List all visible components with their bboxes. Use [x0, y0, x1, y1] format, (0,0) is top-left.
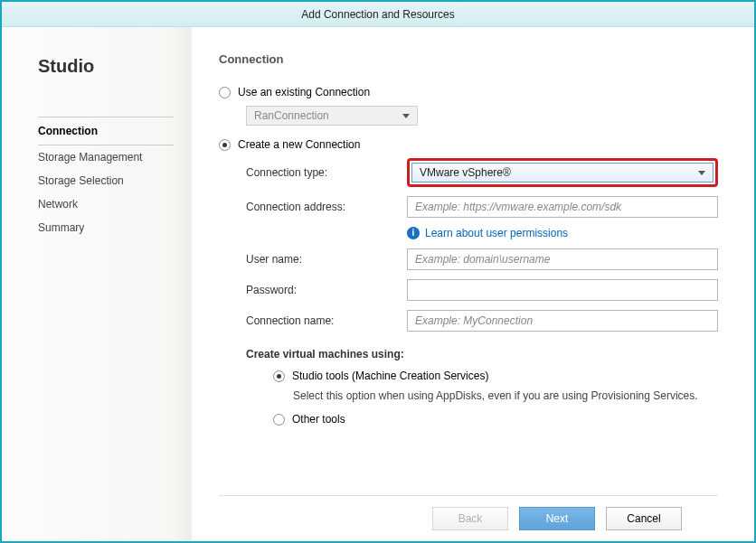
nav-item-connection[interactable]: Connection [38, 117, 174, 145]
main-panel: Connection Use an existing Connection Ra… [192, 27, 754, 541]
cancel-button[interactable]: Cancel [606, 507, 682, 530]
label-connection-type: Connection type: [246, 166, 407, 179]
radio-create-new[interactable] [219, 139, 231, 151]
back-button: Back [432, 507, 508, 530]
info-icon: i [407, 227, 420, 239]
nav-item-network[interactable]: Network [38, 192, 174, 216]
row-password: Password: [246, 279, 718, 301]
nav-item-storage-selection[interactable]: Storage Selection [38, 169, 174, 192]
use-existing-label: Use an existing Connection [238, 86, 370, 98]
button-bar: Back Next Cancel [219, 495, 718, 541]
dialog-window: Add Connection and Resources Studio Conn… [0, 0, 756, 543]
existing-connection-select: RanConnection [246, 106, 418, 126]
row-connection-type: Connection type: VMware vSphere® [246, 158, 718, 187]
user-name-input[interactable] [407, 248, 718, 270]
chevron-down-icon [402, 114, 410, 118]
learn-row: i Learn about user permissions [407, 227, 718, 239]
existing-select-value: RanConnection [254, 109, 329, 122]
sidebar: Studio Connection Storage Management Sto… [2, 27, 192, 541]
row-connection-address: Connection address: [246, 196, 718, 218]
connection-type-select[interactable]: VMware vSphere® [411, 163, 713, 183]
create-new-form: Connection type: VMware vSphere® Connect… [246, 158, 718, 433]
use-existing-row[interactable]: Use an existing Connection [219, 86, 718, 98]
studio-tools-row[interactable]: Studio tools (Machine Creation Services) [273, 370, 718, 382]
radio-use-existing[interactable] [219, 87, 231, 98]
nav-item-summary[interactable]: Summary [38, 216, 174, 239]
other-tools-row[interactable]: Other tools [273, 413, 718, 426]
section-title: Connection [219, 52, 718, 66]
dialog-body: Studio Connection Storage Management Sto… [2, 27, 754, 541]
label-connection-name: Connection name: [246, 314, 407, 327]
connection-name-input[interactable] [407, 310, 718, 332]
sidebar-title: Studio [38, 56, 174, 77]
connection-type-value: VMware vSphere® [420, 166, 511, 179]
titlebar: Add Connection and Resources [2, 2, 754, 27]
existing-dropdown-wrap: RanConnection [246, 106, 718, 138]
connection-type-highlight: VMware vSphere® [407, 158, 718, 187]
label-password: Password: [246, 284, 407, 296]
vm-options: Studio tools (Machine Creation Services)… [273, 370, 718, 426]
nav-item-storage-management[interactable]: Storage Management [38, 145, 174, 169]
create-new-row[interactable]: Create a new Connection [219, 138, 718, 151]
radio-studio-tools[interactable] [273, 370, 285, 382]
studio-tools-desc: Select this option when using AppDisks, … [293, 389, 718, 402]
vm-section-title: Create virtual machines using: [246, 348, 718, 360]
connection-address-input[interactable] [407, 196, 718, 218]
studio-tools-label: Studio tools (Machine Creation Services) [292, 370, 488, 382]
chevron-down-icon [698, 171, 705, 175]
create-new-label: Create a new Connection [238, 138, 360, 151]
label-connection-address: Connection address: [246, 201, 407, 213]
row-user-name: User name: [246, 248, 718, 270]
next-button[interactable]: Next [519, 507, 595, 530]
row-connection-name: Connection name: [246, 310, 718, 332]
learn-permissions-link[interactable]: Learn about user permissions [425, 227, 568, 239]
password-input[interactable] [407, 279, 718, 301]
window-title: Add Connection and Resources [301, 8, 454, 21]
other-tools-label: Other tools [292, 413, 345, 426]
label-user-name: User name: [246, 253, 407, 266]
radio-other-tools[interactable] [273, 414, 285, 426]
